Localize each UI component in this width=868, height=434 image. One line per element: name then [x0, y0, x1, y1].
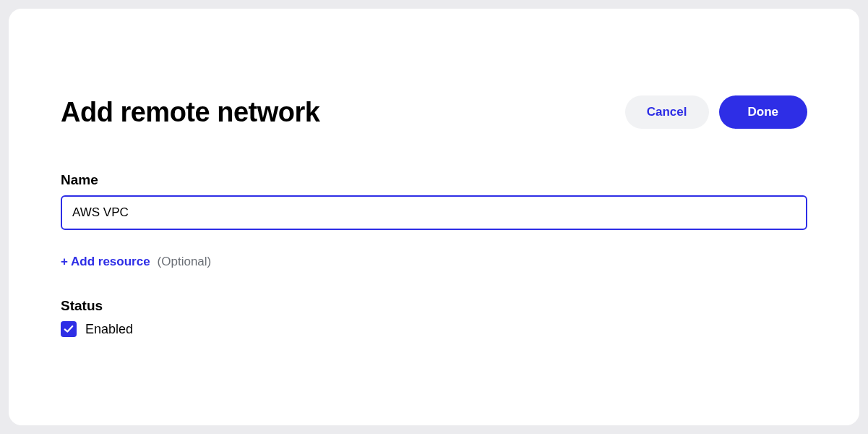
add-resource-optional-text: (Optional) — [158, 255, 212, 269]
modal-panel: Add remote network Cancel Done Name + Ad… — [9, 9, 859, 425]
page-title: Add remote network — [61, 97, 319, 128]
status-field-label: Status — [61, 298, 807, 314]
add-resource-row: + Add resource (Optional) — [61, 255, 807, 269]
name-input[interactable] — [61, 195, 807, 230]
cancel-button[interactable]: Cancel — [625, 95, 709, 129]
header-buttons: Cancel Done — [625, 95, 807, 129]
check-icon — [64, 324, 74, 334]
status-field: Status Enabled — [61, 298, 807, 337]
status-row: Enabled — [61, 321, 807, 337]
done-button[interactable]: Done — [719, 95, 808, 129]
name-field: Name — [61, 172, 807, 230]
add-resource-link[interactable]: + Add resource — [61, 255, 150, 269]
header-row: Add remote network Cancel Done — [61, 95, 807, 129]
status-checkbox-label: Enabled — [85, 322, 133, 337]
status-checkbox[interactable] — [61, 321, 77, 337]
name-field-label: Name — [61, 172, 807, 188]
